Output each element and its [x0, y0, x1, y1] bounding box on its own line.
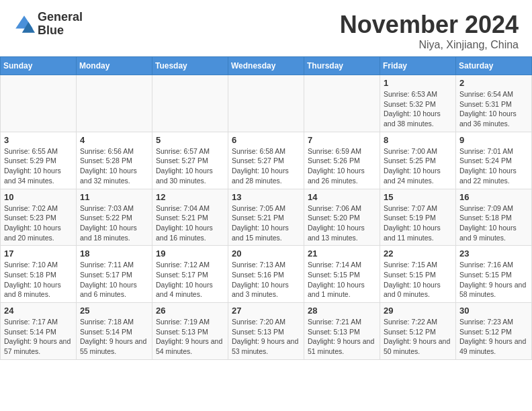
calendar-week-row: 24Sunrise: 7:17 AMSunset: 5:14 PMDayligh… [1, 303, 532, 360]
day-number: 6 [232, 135, 300, 145]
day-number: 28 [308, 306, 376, 316]
day-number: 27 [232, 306, 300, 316]
day-info: Sunrise: 7:12 AMSunset: 5:17 PMDaylight:… [156, 260, 224, 300]
calendar-cell [1, 75, 77, 132]
day-number: 20 [232, 248, 300, 259]
day-number: 11 [80, 192, 148, 202]
calendar-cell [77, 75, 152, 132]
day-number: 3 [4, 135, 73, 145]
calendar-cell: 23Sunrise: 7:16 AMSunset: 5:15 PMDayligh… [456, 246, 532, 303]
logo: General Blue [13, 11, 83, 38]
day-number: 24 [4, 306, 73, 316]
day-number: 9 [459, 135, 528, 145]
day-number: 23 [459, 248, 528, 259]
day-number: 13 [232, 192, 300, 202]
calendar-week-row: 17Sunrise: 7:10 AMSunset: 5:18 PMDayligh… [1, 246, 532, 303]
day-number: 19 [156, 248, 224, 259]
calendar-week-row: 10Sunrise: 7:02 AMSunset: 5:23 PMDayligh… [1, 189, 532, 246]
day-number: 21 [308, 248, 376, 259]
calendar-cell: 11Sunrise: 7:03 AMSunset: 5:22 PMDayligh… [77, 189, 152, 246]
calendar-cell [152, 75, 228, 132]
day-info: Sunrise: 7:22 AMSunset: 5:12 PMDaylight:… [384, 317, 452, 357]
day-info: Sunrise: 7:06 AMSunset: 5:20 PMDaylight:… [308, 203, 376, 243]
calendar-cell: 5Sunrise: 6:57 AMSunset: 5:27 PMDaylight… [152, 132, 228, 189]
calendar-cell: 21Sunrise: 7:14 AMSunset: 5:15 PMDayligh… [304, 246, 380, 303]
calendar-week-row: 3Sunrise: 6:55 AMSunset: 5:29 PMDaylight… [1, 132, 532, 189]
calendar-cell: 12Sunrise: 7:04 AMSunset: 5:21 PMDayligh… [152, 189, 228, 246]
day-number: 25 [80, 306, 148, 316]
day-header-wednesday: Wednesday [228, 57, 304, 75]
day-info: Sunrise: 7:14 AMSunset: 5:15 PMDaylight:… [308, 260, 376, 300]
day-number: 16 [459, 192, 528, 202]
calendar-cell: 14Sunrise: 7:06 AMSunset: 5:20 PMDayligh… [304, 189, 380, 246]
day-info: Sunrise: 7:11 AMSunset: 5:17 PMDaylight:… [80, 260, 148, 300]
day-info: Sunrise: 7:04 AMSunset: 5:21 PMDaylight:… [156, 203, 224, 243]
day-number: 26 [156, 306, 224, 316]
day-number: 8 [384, 135, 452, 145]
day-number: 18 [80, 248, 148, 259]
calendar-cell: 24Sunrise: 7:17 AMSunset: 5:14 PMDayligh… [1, 303, 77, 360]
calendar-cell: 18Sunrise: 7:11 AMSunset: 5:17 PMDayligh… [77, 246, 152, 303]
day-info: Sunrise: 7:07 AMSunset: 5:19 PMDaylight:… [384, 203, 452, 243]
calendar-cell: 4Sunrise: 6:56 AMSunset: 5:28 PMDaylight… [77, 132, 152, 189]
day-number: 5 [156, 135, 224, 145]
day-info: Sunrise: 7:02 AMSunset: 5:23 PMDaylight:… [4, 203, 73, 243]
day-number: 29 [384, 306, 452, 316]
calendar-cell: 29Sunrise: 7:22 AMSunset: 5:12 PMDayligh… [380, 303, 456, 360]
day-header-thursday: Thursday [304, 57, 380, 75]
calendar-cell: 3Sunrise: 6:55 AMSunset: 5:29 PMDaylight… [1, 132, 77, 189]
day-number: 2 [459, 78, 528, 88]
calendar-cell: 15Sunrise: 7:07 AMSunset: 5:19 PMDayligh… [380, 189, 456, 246]
day-info: Sunrise: 6:57 AMSunset: 5:27 PMDaylight:… [156, 146, 224, 186]
day-info: Sunrise: 7:09 AMSunset: 5:18 PMDaylight:… [459, 203, 528, 243]
calendar-cell: 19Sunrise: 7:12 AMSunset: 5:17 PMDayligh… [152, 246, 228, 303]
day-info: Sunrise: 6:55 AMSunset: 5:29 PMDaylight:… [4, 146, 73, 186]
day-info: Sunrise: 7:03 AMSunset: 5:22 PMDaylight:… [80, 203, 148, 243]
calendar-cell [304, 75, 380, 132]
day-header-monday: Monday [77, 57, 152, 75]
day-info: Sunrise: 7:21 AMSunset: 5:13 PMDaylight:… [308, 317, 376, 357]
day-info: Sunrise: 6:56 AMSunset: 5:28 PMDaylight:… [80, 146, 148, 186]
day-info: Sunrise: 7:01 AMSunset: 5:24 PMDaylight:… [459, 146, 528, 186]
calendar-cell: 1Sunrise: 6:53 AMSunset: 5:32 PMDaylight… [380, 75, 456, 132]
calendar-cell: 25Sunrise: 7:18 AMSunset: 5:14 PMDayligh… [77, 303, 152, 360]
day-number: 17 [4, 248, 73, 259]
day-info: Sunrise: 6:54 AMSunset: 5:31 PMDaylight:… [459, 89, 528, 129]
day-number: 7 [308, 135, 376, 145]
day-number: 15 [384, 192, 452, 202]
calendar-header-row: SundayMondayTuesdayWednesdayThursdayFrid… [1, 57, 532, 75]
day-info: Sunrise: 7:00 AMSunset: 5:25 PMDaylight:… [384, 146, 452, 186]
day-info: Sunrise: 6:58 AMSunset: 5:27 PMDaylight:… [232, 146, 300, 186]
page-header: General Blue November 2024 Niya, Xinjian… [0, 0, 532, 56]
day-info: Sunrise: 7:13 AMSunset: 5:16 PMDaylight:… [232, 260, 300, 300]
month-title: November 2024 [340, 11, 519, 39]
calendar-cell: 17Sunrise: 7:10 AMSunset: 5:18 PMDayligh… [1, 246, 77, 303]
calendar-cell: 9Sunrise: 7:01 AMSunset: 5:24 PMDaylight… [456, 132, 532, 189]
calendar-week-row: 1Sunrise: 6:53 AMSunset: 5:32 PMDaylight… [1, 75, 532, 132]
calendar-cell: 6Sunrise: 6:58 AMSunset: 5:27 PMDaylight… [228, 132, 304, 189]
logo-blue: Blue [38, 24, 83, 38]
day-number: 4 [80, 135, 148, 145]
day-info: Sunrise: 6:59 AMSunset: 5:26 PMDaylight:… [308, 146, 376, 186]
day-number: 10 [4, 192, 73, 202]
title-block: November 2024 Niya, Xinjiang, China [340, 11, 519, 51]
day-info: Sunrise: 7:10 AMSunset: 5:18 PMDaylight:… [4, 260, 73, 300]
logo-text: General Blue [38, 11, 83, 38]
calendar-cell: 27Sunrise: 7:20 AMSunset: 5:13 PMDayligh… [228, 303, 304, 360]
day-info: Sunrise: 7:05 AMSunset: 5:21 PMDaylight:… [232, 203, 300, 243]
logo-general: General [38, 11, 83, 24]
day-info: Sunrise: 7:20 AMSunset: 5:13 PMDaylight:… [232, 317, 300, 357]
day-number: 14 [308, 192, 376, 202]
day-info: Sunrise: 6:53 AMSunset: 5:32 PMDaylight:… [384, 89, 452, 129]
calendar-cell: 10Sunrise: 7:02 AMSunset: 5:23 PMDayligh… [1, 189, 77, 246]
day-header-sunday: Sunday [1, 57, 77, 75]
day-header-saturday: Saturday [456, 57, 532, 75]
calendar-cell: 20Sunrise: 7:13 AMSunset: 5:16 PMDayligh… [228, 246, 304, 303]
day-info: Sunrise: 7:15 AMSunset: 5:15 PMDaylight:… [384, 260, 452, 300]
calendar-cell: 16Sunrise: 7:09 AMSunset: 5:18 PMDayligh… [456, 189, 532, 246]
day-info: Sunrise: 7:18 AMSunset: 5:14 PMDaylight:… [80, 317, 148, 357]
day-number: 30 [459, 306, 528, 316]
day-header-friday: Friday [380, 57, 456, 75]
day-number: 22 [384, 248, 452, 259]
location: Niya, Xinjiang, China [340, 39, 519, 51]
